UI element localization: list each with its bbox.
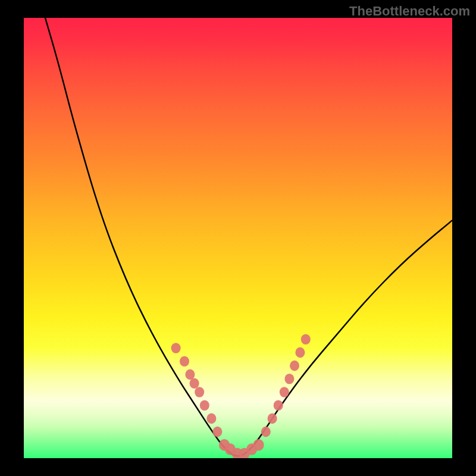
data-marker bbox=[171, 343, 181, 353]
watermark-label: TheBottleneck.com bbox=[349, 4, 470, 19]
data-marker bbox=[280, 387, 289, 397]
curve-layer bbox=[24, 18, 452, 458]
data-marker bbox=[301, 334, 311, 345]
data-marker bbox=[190, 378, 199, 389]
bottleneck-curve bbox=[45, 18, 452, 456]
plot-area bbox=[24, 18, 452, 458]
data-marker bbox=[284, 374, 294, 384]
data-marker bbox=[253, 439, 264, 451]
data-marker bbox=[212, 427, 222, 437]
data-marker bbox=[261, 427, 271, 437]
data-marker bbox=[274, 400, 283, 411]
data-markers bbox=[171, 334, 311, 458]
data-marker bbox=[206, 414, 216, 424]
chart-frame: TheBottleneck.com bbox=[0, 0, 476, 476]
data-marker bbox=[290, 361, 299, 371]
data-marker bbox=[180, 356, 189, 367]
data-marker bbox=[295, 347, 305, 358]
data-marker bbox=[268, 414, 277, 424]
data-marker bbox=[200, 400, 209, 411]
data-marker bbox=[185, 369, 195, 380]
data-marker bbox=[195, 387, 204, 397]
